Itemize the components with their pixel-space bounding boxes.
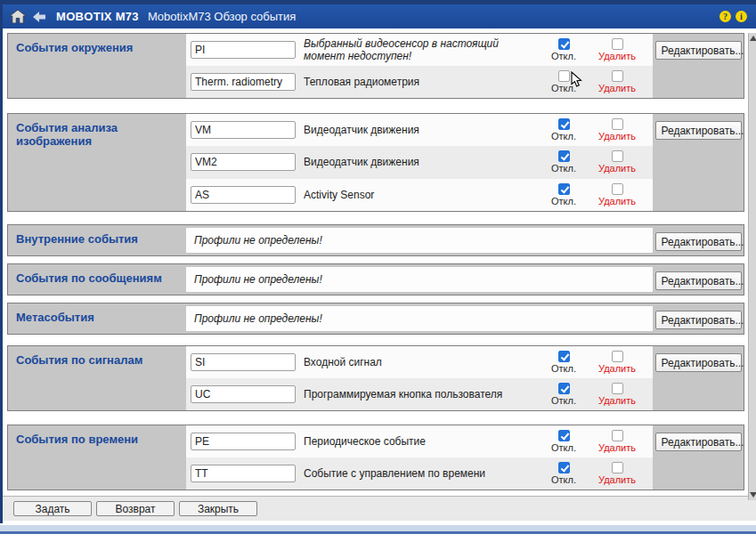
edit-button[interactable]: Редактировать...: [655, 41, 742, 60]
delete-control: Удалить: [590, 430, 644, 453]
edit-button[interactable]: Редактировать...: [655, 232, 742, 251]
delete-control: Удалить: [590, 150, 644, 174]
event-profile-row: Видеодатчик движения Откл. Удалить: [186, 114, 653, 146]
disable-control: Откл.: [537, 351, 590, 374]
disable-checkbox[interactable]: [558, 183, 570, 195]
disable-label: Откл.: [551, 395, 576, 406]
delete-label: Удалить: [598, 131, 636, 142]
edit-button[interactable]: Редактировать...: [655, 271, 742, 290]
section-rows: Профили не определены!: [186, 225, 653, 255]
page-title: MobotixM73 Обзор события: [148, 10, 297, 23]
disable-label: Откл.: [551, 196, 576, 206]
disable-checkbox[interactable]: [558, 430, 570, 441]
delete-control: Удалить: [590, 70, 644, 93]
section-signal-events: События по сигналам Входной сигнал Откл.…: [7, 345, 744, 411]
section-title: События окружения: [8, 34, 186, 98]
disable-label: Откл.: [551, 363, 576, 374]
delete-checkbox[interactable]: [612, 183, 623, 195]
event-profile-row: Входной сигнал Откл. Удалить: [186, 346, 653, 378]
delete-checkbox[interactable]: [612, 150, 623, 162]
delete-control: Удалить: [590, 118, 644, 142]
section-title: События по сообщениям: [8, 264, 186, 295]
profile-name-input[interactable]: [191, 465, 296, 482]
section-title: События по сигналам: [8, 346, 186, 410]
title-bar: MOBOTIX M73 MobotixM73 Обзор события ? i: [3, 4, 756, 28]
disable-checkbox[interactable]: [558, 118, 570, 130]
titlebar-actions: ? i: [719, 11, 747, 22]
section-image-analysis-events: События анализа изображения Видеодатчик …: [7, 113, 744, 212]
app-window: MOBOTIX M73 MobotixM73 Обзор события ? i…: [0, 0, 756, 523]
disable-checkbox[interactable]: [558, 150, 570, 162]
disable-control: Откл.: [537, 430, 590, 453]
disable-label: Откл.: [551, 83, 576, 93]
delete-label: Удалить: [598, 442, 636, 453]
section-rows: Видеодатчик движения Откл. Удалить Видео…: [186, 114, 653, 211]
edit-button[interactable]: Редактировать...: [655, 433, 742, 451]
section-rows: Выбранный видеосенсор в настоящий момент…: [186, 34, 653, 98]
close-button[interactable]: Закрыть: [179, 501, 257, 516]
info-icon[interactable]: i: [736, 11, 747, 22]
disable-checkbox[interactable]: [558, 383, 570, 394]
profile-description: Видеодатчик движения: [304, 124, 537, 136]
profile-name-input[interactable]: [191, 153, 296, 171]
edit-button[interactable]: Редактировать...: [655, 121, 742, 140]
section-rows: Входной сигнал Откл. Удалить Программиру…: [186, 346, 653, 410]
delete-checkbox[interactable]: [612, 70, 623, 82]
profile-name-input[interactable]: [191, 41, 296, 59]
edit-button[interactable]: Редактировать...: [655, 353, 742, 372]
set-button[interactable]: Задать: [13, 501, 92, 516]
event-profile-row: Выбранный видеосенсор в настоящий момент…: [186, 34, 653, 66]
profile-description: Периодическое событие: [304, 435, 537, 448]
profile-name-input[interactable]: [191, 186, 296, 204]
event-profile-row: Событие с управлением по времени Откл. У…: [186, 457, 653, 490]
disable-checkbox[interactable]: [558, 38, 570, 50]
disable-checkbox[interactable]: [558, 70, 570, 82]
profile-name-input[interactable]: [191, 121, 296, 139]
disable-control: Откл.: [537, 70, 590, 93]
disable-label: Откл.: [551, 51, 576, 61]
disable-label: Откл.: [551, 442, 576, 453]
disable-label: Откл.: [551, 131, 576, 142]
no-profiles-message: Профили не определены!: [194, 234, 427, 247]
scroll-down-icon[interactable]: [750, 492, 756, 498]
delete-checkbox[interactable]: [612, 351, 623, 362]
profile-description: Activity Sensor: [304, 189, 537, 201]
section-time-events: События по времени Периодическое событие…: [7, 425, 744, 490]
disable-checkbox[interactable]: [558, 462, 570, 473]
profile-name-input[interactable]: [191, 385, 296, 403]
disable-checkbox[interactable]: [558, 351, 570, 362]
disable-control: Откл.: [537, 183, 590, 206]
home-icon[interactable]: [10, 10, 26, 23]
disable-label: Откл.: [551, 474, 576, 485]
section-environment-events: События окружения Выбранный видеосенсор …: [7, 33, 744, 99]
profile-description: Тепловая радиометрия: [304, 76, 537, 88]
delete-checkbox[interactable]: [612, 118, 623, 130]
event-profile-row: Программируемая кнопка пользователя Откл…: [186, 378, 653, 410]
delete-checkbox[interactable]: [612, 38, 623, 50]
profile-name-input[interactable]: [191, 73, 296, 91]
section-rows: Профили не определены!: [186, 303, 653, 334]
section-rows: Профили не определены!: [186, 264, 653, 295]
scrollbar[interactable]: [748, 33, 756, 500]
event-profile-row: Тепловая радиометрия Откл. Удалить: [186, 66, 653, 98]
content-area: События окружения Выбранный видеосенсор …: [3, 33, 756, 525]
delete-checkbox[interactable]: [612, 383, 623, 394]
section-meta-events: Метасобытия Профили не определены! Редак…: [7, 303, 744, 335]
delete-label: Удалить: [598, 196, 636, 206]
section-title: Метасобытия: [8, 303, 186, 334]
no-profiles-message: Профили не определены!: [194, 312, 427, 325]
scroll-up-icon[interactable]: [750, 36, 756, 41]
restore-button[interactable]: Возврат: [96, 501, 175, 516]
delete-checkbox[interactable]: [612, 462, 623, 473]
delete-control: Удалить: [590, 38, 644, 61]
help-icon[interactable]: ?: [719, 11, 731, 22]
back-icon[interactable]: [33, 12, 45, 22]
section-actions: Редактировать...: [653, 114, 744, 211]
event-profile-row: Видеодатчик движения Откл. Удалить: [186, 146, 653, 178]
profile-name-input[interactable]: [191, 353, 296, 371]
section-title: События анализа изображения: [8, 114, 186, 211]
delete-checkbox[interactable]: [612, 430, 623, 441]
edit-button[interactable]: Редактировать...: [655, 311, 742, 329]
profile-name-input[interactable]: [191, 433, 296, 450]
section-actions: Редактировать...: [653, 264, 744, 295]
